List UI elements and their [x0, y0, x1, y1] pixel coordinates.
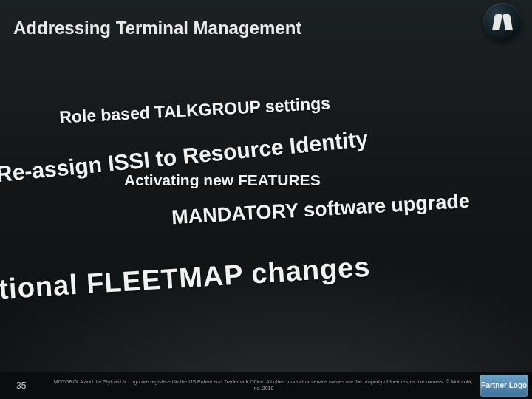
motorola-logo	[483, 3, 522, 41]
legal-text: MOTOROLA and the Stylized M Logo are reg…	[46, 379, 480, 392]
line-activating-features: Activating new FEATURES	[124, 171, 321, 189]
page-number: 35	[16, 381, 46, 391]
partner-logo: Partner Logo	[480, 375, 528, 397]
motorola-m-icon	[491, 14, 514, 30]
line-talkgroup: Role based TALKGROUP settings	[59, 93, 331, 127]
slide-footer: 35 MOTOROLA and the Stylized M Logo are …	[0, 372, 532, 399]
line-mandatory-upgrade: MANDATORY software upgrade	[171, 190, 470, 230]
line-fleetmap-changes: tional FLEETMAP changes	[0, 251, 372, 306]
slide-title: Addressing Terminal Management	[13, 18, 301, 38]
